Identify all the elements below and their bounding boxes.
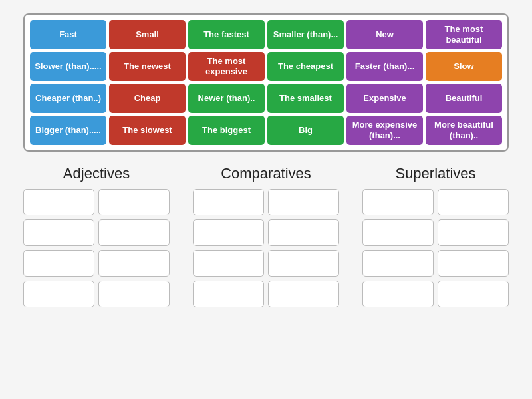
word-tile-smaller-than[interactable]: Smaller (than)... <box>267 20 344 49</box>
drop-cell[interactable] <box>268 250 339 277</box>
word-tile-small[interactable]: Small <box>109 20 186 49</box>
superlatives-drop-grid <box>362 189 509 307</box>
adjectives-column: Adjectives <box>23 165 170 307</box>
comparatives-title: Comparatives <box>221 165 311 182</box>
word-bank: FastSmallThe fastestSmaller (than)...New… <box>23 13 509 152</box>
drop-cell[interactable] <box>438 189 509 215</box>
drop-cell[interactable] <box>193 189 264 215</box>
drop-cell[interactable] <box>98 219 170 246</box>
word-tile-bigger-than[interactable]: Bigger (than)..... <box>30 116 106 145</box>
adjectives-title: Adjectives <box>63 165 130 182</box>
drop-cell[interactable] <box>438 250 509 277</box>
superlatives-column: Superlatives <box>362 165 509 307</box>
drop-cell[interactable] <box>268 219 339 246</box>
word-tile-the-most-beautiful[interactable]: The most beautiful <box>426 20 502 49</box>
drop-cell[interactable] <box>362 189 434 215</box>
drop-cell[interactable] <box>362 219 434 246</box>
word-tile-slower-than[interactable]: Slower (than)..... <box>30 52 106 81</box>
comparatives-column: Comparatives <box>193 165 339 307</box>
word-tile-faster-than[interactable]: Faster (than)... <box>346 52 423 81</box>
drop-cell[interactable] <box>268 281 339 307</box>
drop-cell[interactable] <box>98 250 170 277</box>
drop-cell[interactable] <box>193 250 264 277</box>
drop-cell[interactable] <box>98 281 170 307</box>
adjectives-drop-grid <box>23 189 170 307</box>
drop-cell[interactable] <box>23 219 94 246</box>
comparatives-drop-grid <box>193 189 339 307</box>
word-tile-slow[interactable]: Slow <box>426 52 502 81</box>
word-tile-cheaper-than[interactable]: Cheaper (than..) <box>30 84 106 113</box>
word-bank-grid: FastSmallThe fastestSmaller (than)...New… <box>30 20 502 145</box>
drop-cell[interactable] <box>23 281 94 307</box>
word-tile-the-most-expensive[interactable]: The most expensive <box>188 52 265 81</box>
word-tile-the-cheapest[interactable]: The cheapest <box>267 52 344 81</box>
word-tile-expensive[interactable]: Expensive <box>346 84 423 113</box>
word-tile-beautiful[interactable]: Beautiful <box>426 84 502 113</box>
word-tile-fast[interactable]: Fast <box>30 20 106 49</box>
drop-cell[interactable] <box>362 250 434 277</box>
word-tile-the-slowest[interactable]: The slowest <box>109 116 186 145</box>
drop-cell[interactable] <box>438 281 509 307</box>
sort-section: Adjectives Comparatives Superlatives <box>23 165 509 307</box>
superlatives-title: Superlatives <box>395 165 475 182</box>
word-tile-more-expensive-than[interactable]: More expensive (than)... <box>346 116 423 145</box>
drop-cell[interactable] <box>362 281 434 307</box>
drop-cell[interactable] <box>268 189 339 215</box>
drop-cell[interactable] <box>193 219 264 246</box>
word-tile-the-fastest[interactable]: The fastest <box>188 20 265 49</box>
drop-cell[interactable] <box>23 189 94 215</box>
word-tile-more-beautiful-than[interactable]: More beautiful (than).. <box>426 116 502 145</box>
word-tile-newer-than[interactable]: Newer (than).. <box>188 84 265 113</box>
word-tile-cheap[interactable]: Cheap <box>109 84 186 113</box>
drop-cell[interactable] <box>23 250 94 277</box>
word-tile-big[interactable]: Big <box>267 116 344 145</box>
word-tile-the-smallest[interactable]: The smallest <box>267 84 344 113</box>
word-tile-the-newest[interactable]: The newest <box>109 52 186 81</box>
word-tile-new[interactable]: New <box>346 20 423 49</box>
word-tile-the-biggest[interactable]: The biggest <box>188 116 265 145</box>
drop-cell[interactable] <box>438 219 509 246</box>
drop-cell[interactable] <box>193 281 264 307</box>
drop-cell[interactable] <box>98 189 170 215</box>
